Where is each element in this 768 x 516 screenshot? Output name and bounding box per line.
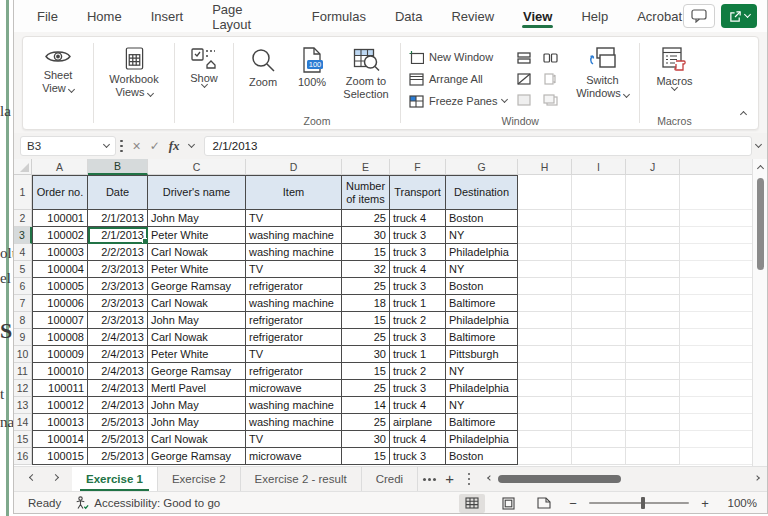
table-cell[interactable]: 2/3/2013 — [88, 312, 148, 329]
empty-cell[interactable] — [572, 448, 626, 465]
table-cell[interactable]: 2/5/2013 — [88, 448, 148, 465]
table-cell[interactable]: 2/4/2013 — [88, 397, 148, 414]
table-cell[interactable]: 2/1/2013 — [88, 210, 148, 227]
empty-cell[interactable] — [626, 363, 680, 380]
row-header-11[interactable]: 11 — [14, 363, 32, 380]
empty-cell[interactable] — [518, 448, 572, 465]
menu-tab-page-layout[interactable]: Page Layout — [211, 0, 284, 38]
empty-cell[interactable] — [626, 414, 680, 431]
table-cell[interactable]: 14 — [342, 397, 390, 414]
empty-cell[interactable] — [572, 380, 626, 397]
table-cell[interactable]: Baltimore — [446, 295, 518, 312]
table-cell[interactable]: 25 — [342, 210, 390, 227]
vertical-scrollbar[interactable] — [752, 159, 767, 466]
empty-cell[interactable] — [572, 244, 626, 261]
empty-cell[interactable] — [626, 227, 680, 244]
empty-cell[interactable] — [626, 295, 680, 312]
menu-tab-acrobat[interactable]: Acrobat — [636, 2, 683, 30]
table-cell[interactable]: NY — [446, 227, 518, 244]
enter-icon[interactable]: ✓ — [150, 139, 160, 153]
sheet-tab-exercise-2---result[interactable]: Exercise 2 - result — [241, 467, 362, 491]
empty-cell[interactable] — [518, 346, 572, 363]
table-cell[interactable]: 30 — [342, 346, 390, 363]
table-cell[interactable]: George Ramsay — [148, 363, 246, 380]
empty-cell[interactable] — [572, 346, 626, 363]
row-header-12[interactable]: 12 — [14, 380, 32, 397]
empty-cell[interactable] — [518, 431, 572, 448]
table-cell[interactable]: 2/4/2013 — [88, 346, 148, 363]
vertical-scrollbar-thumb[interactable] — [757, 178, 764, 270]
table-cell[interactable]: 15 — [342, 244, 390, 261]
table-cell[interactable]: truck 4 — [390, 210, 446, 227]
row-header-10[interactable]: 10 — [14, 346, 32, 363]
table-cell[interactable]: truck 4 — [390, 261, 446, 278]
column-header-F[interactable]: F — [390, 159, 446, 175]
table-cell[interactable]: 15 — [342, 363, 390, 380]
collapse-ribbon-button[interactable] — [741, 103, 746, 121]
normal-view-button[interactable] — [459, 494, 485, 513]
table-cell[interactable]: Boston — [446, 210, 518, 227]
table-cell[interactable]: truck 3 — [390, 380, 446, 397]
insert-function-icon[interactable]: fx — [169, 138, 180, 154]
table-cell[interactable]: 2/2/2013 — [88, 244, 148, 261]
table-cell[interactable]: George Ramsay — [148, 448, 246, 465]
empty-cell[interactable] — [572, 210, 626, 227]
table-header-cell[interactable]: Number of items — [342, 175, 390, 210]
table-cell[interactable]: 15 — [342, 448, 390, 465]
table-cell[interactable]: Philadelphia — [446, 431, 518, 448]
table-cell[interactable]: 32 — [342, 261, 390, 278]
menu-tab-help[interactable]: Help — [580, 2, 609, 30]
empty-cell[interactable] — [572, 397, 626, 414]
table-cell[interactable]: 100005 — [32, 278, 88, 295]
empty-cell[interactable] — [572, 363, 626, 380]
table-cell[interactable]: 2/4/2013 — [88, 380, 148, 397]
new-sheet-button[interactable]: + — [445, 471, 454, 486]
table-cell[interactable]: Boston — [446, 448, 518, 465]
table-cell[interactable]: Carl Nowak — [148, 295, 246, 312]
comments-button[interactable] — [683, 4, 715, 28]
empty-cell[interactable] — [626, 261, 680, 278]
empty-cell[interactable] — [626, 329, 680, 346]
row-header-3[interactable]: 3 — [14, 227, 32, 244]
table-cell[interactable]: 100009 — [32, 346, 88, 363]
empty-cell[interactable] — [518, 363, 572, 380]
scroll-right-icon[interactable] — [754, 475, 760, 481]
table-cell[interactable]: 15 — [342, 312, 390, 329]
row-header-6[interactable]: 6 — [14, 278, 32, 295]
empty-cell[interactable] — [626, 244, 680, 261]
menu-tab-insert[interactable]: Insert — [150, 2, 185, 30]
row-header-4[interactable]: 4 — [14, 244, 32, 261]
empty-cell[interactable] — [572, 261, 626, 278]
column-header-A[interactable]: A — [32, 159, 88, 175]
sheet-tab-exercise-2[interactable]: Exercise 2 — [158, 467, 241, 491]
table-cell[interactable]: washing machine — [246, 244, 342, 261]
menu-tab-file[interactable]: File — [36, 2, 59, 30]
table-cell[interactable]: truck 3 — [390, 244, 446, 261]
table-cell[interactable]: 2/5/2013 — [88, 414, 148, 431]
row-header-7[interactable]: 7 — [14, 295, 32, 312]
sheet-nav-right-icon[interactable] — [52, 474, 59, 481]
empty-cell[interactable] — [572, 278, 626, 295]
empty-cell[interactable] — [518, 414, 572, 431]
row-header-16[interactable]: 16 — [14, 448, 32, 465]
table-cell[interactable]: truck 4 — [390, 431, 446, 448]
table-cell[interactable]: TV — [246, 210, 342, 227]
empty-cell[interactable] — [518, 175, 572, 210]
table-cell[interactable]: 100011 — [32, 380, 88, 397]
table-cell[interactable]: 2/3/2013 — [88, 295, 148, 312]
empty-cell[interactable] — [626, 312, 680, 329]
table-cell[interactable]: 2/3/2013 — [88, 278, 148, 295]
table-cell[interactable]: refrigerator — [246, 363, 342, 380]
table-cell[interactable]: 100003 — [32, 244, 88, 261]
table-cell[interactable]: truck 2 — [390, 363, 446, 380]
show-button[interactable]: Show — [179, 43, 229, 87]
reset-window-position-button[interactable] — [541, 92, 559, 107]
table-cell[interactable]: George Ramsay — [148, 278, 246, 295]
table-cell[interactable]: 25 — [342, 329, 390, 346]
column-header-H[interactable]: H — [518, 159, 572, 175]
select-all-corner[interactable] — [14, 159, 32, 175]
empty-cell[interactable] — [518, 278, 572, 295]
scroll-up-icon[interactable] — [758, 159, 763, 175]
table-header-cell[interactable]: Transport — [390, 175, 446, 210]
table-cell[interactable]: 100008 — [32, 329, 88, 346]
